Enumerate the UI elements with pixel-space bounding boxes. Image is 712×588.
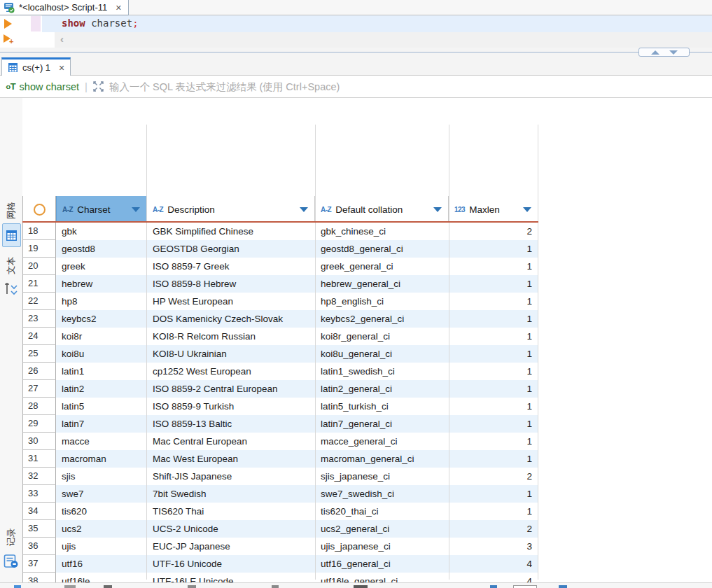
table-row[interactable]: 37utf16UTF-16 Unicodeutf16_general_ci4 <box>22 555 538 573</box>
cell-charset[interactable]: latin7 <box>56 415 147 433</box>
expand-filter-icon[interactable] <box>93 81 104 92</box>
cell-description[interactable]: DOS Kamenicky Czech-Slovak <box>147 310 315 328</box>
row-number[interactable]: 35 <box>22 520 56 538</box>
cell-collation[interactable]: ujis_japanese_ci <box>315 538 449 555</box>
filter-dropdown-icon[interactable] <box>132 207 140 212</box>
cell-description[interactable]: GBK Simplified Chinese <box>147 223 315 240</box>
cell-collation[interactable]: macroman_general_ci <box>315 450 449 468</box>
cell-description[interactable]: UCS-2 Unicode <box>147 520 315 538</box>
cell-charset[interactable]: greek <box>56 258 147 275</box>
cell-charset[interactable]: utf16 <box>56 555 147 573</box>
cell-maxlen[interactable]: 1 <box>449 450 538 468</box>
row-number[interactable]: 36 <box>22 538 56 555</box>
cell-collation[interactable]: latin7_general_ci <box>315 415 449 433</box>
row-number[interactable]: 29 <box>22 415 56 433</box>
cell-charset[interactable]: hp8 <box>56 293 147 310</box>
cell-collation[interactable]: tis620_thai_ci <box>315 503 449 520</box>
cell-collation[interactable]: geostd8_general_ci <box>315 240 449 258</box>
row-number[interactable]: 23 <box>22 310 56 328</box>
cell-collation[interactable]: koi8u_general_ci <box>315 345 449 363</box>
cell-maxlen[interactable]: 2 <box>449 223 538 240</box>
cell-description[interactable]: GEOSTD8 Georgian <box>147 240 315 258</box>
table-row[interactable]: 26latin1cp1252 West Europeanlatin1_swedi… <box>22 363 538 380</box>
cell-description[interactable]: 7bit Swedish <box>147 485 315 503</box>
cell-description[interactable]: ISO 8859-2 Central European <box>147 380 315 398</box>
close-icon[interactable]: × <box>59 63 64 73</box>
cell-description[interactable]: ISO 8859-7 Greek <box>147 258 315 275</box>
cell-maxlen[interactable]: 1 <box>449 398 538 415</box>
cell-description[interactable]: ISO 8859-9 Turkish <box>147 398 315 415</box>
maximize-down-icon[interactable] <box>669 50 678 55</box>
filter-dropdown-icon[interactable] <box>523 207 531 212</box>
collapse-chevron-icon[interactable]: ‹ <box>60 33 64 45</box>
cell-maxlen[interactable]: 1 <box>449 380 538 398</box>
cell-maxlen[interactable]: 1 <box>449 240 538 258</box>
cell-description[interactable]: UTF-16 Unicode <box>147 555 315 573</box>
cell-collation[interactable]: latin5_turkish_ci <box>315 398 449 415</box>
table-row[interactable]: 28latin5ISO 8859-9 Turkishlatin5_turkish… <box>22 398 538 415</box>
row-number[interactable]: 34 <box>22 503 56 520</box>
cell-collation[interactable]: keybcs2_general_ci <box>315 310 449 328</box>
column-header-description[interactable]: A-Z Description <box>147 196 315 223</box>
table-row[interactable]: 24koi8rKOI8-R Relcom Russiankoi8r_genera… <box>22 328 538 345</box>
execute-script-icon[interactable]: + <box>4 34 16 46</box>
cell-collation[interactable]: swe7_swedish_ci <box>315 485 449 503</box>
table-row[interactable]: 30macceMac Central Europeanmacce_general… <box>22 433 538 450</box>
cell-description[interactable]: EUC-JP Japanese <box>147 538 315 555</box>
cell-maxlen[interactable]: 1 <box>449 433 538 450</box>
cell-description[interactable]: Mac West European <box>147 450 315 468</box>
column-header-default-collation[interactable]: A-Z Default collation <box>315 196 449 223</box>
row-number[interactable]: 30 <box>22 433 56 450</box>
table-row[interactable]: 20greekISO 8859-7 Greekgreek_general_ci1 <box>22 258 538 275</box>
filter-dropdown-icon[interactable] <box>300 207 308 212</box>
cell-description[interactable]: KOI8-R Relcom Russian <box>147 328 315 345</box>
cell-charset[interactable]: gbk <box>56 223 147 240</box>
cell-maxlen[interactable]: 1 <box>449 328 538 345</box>
cell-collation[interactable]: ucs2_general_ci <box>315 520 449 538</box>
table-row[interactable]: 18gbkGBK Simplified Chinesegbk_chinese_c… <box>22 223 538 240</box>
row-number[interactable]: 31 <box>22 450 56 468</box>
cell-collation[interactable]: hp8_english_ci <box>315 293 449 310</box>
filter-dropdown-icon[interactable] <box>433 207 442 212</box>
table-row[interactable]: 19geostd8GEOSTD8 Georgiangeostd8_general… <box>22 240 538 258</box>
row-number[interactable]: 21 <box>22 275 56 293</box>
cell-charset[interactable]: koi8r <box>56 328 147 345</box>
sql-code-text[interactable]: show charset; <box>62 18 139 29</box>
cell-description[interactable]: ISO 8859-8 Hebrew <box>147 275 315 293</box>
cell-charset[interactable]: tis620 <box>56 503 147 520</box>
row-number[interactable]: 22 <box>22 293 56 310</box>
cell-description[interactable]: KOI8-U Ukrainian <box>147 345 315 363</box>
cell-collation[interactable]: latin2_general_ci <box>315 380 449 398</box>
table-row[interactable]: 31macromanMac West Europeanmacroman_gene… <box>22 450 538 468</box>
table-row[interactable]: 22hp8HP West Europeanhp8_english_ci1 <box>22 293 538 310</box>
table-row[interactable]: 21hebrewISO 8859-8 Hebrewhebrew_general_… <box>22 275 538 293</box>
row-number[interactable]: 26 <box>22 363 56 380</box>
cell-charset[interactable]: hebrew <box>56 275 147 293</box>
maximize-up-icon[interactable] <box>651 50 659 55</box>
cell-maxlen[interactable]: 1 <box>449 363 538 380</box>
cell-maxlen[interactable]: 1 <box>449 275 538 293</box>
cell-description[interactable]: TIS620 Thai <box>147 503 315 520</box>
table-row[interactable]: 32sjisShift-JIS Japanesesjis_japanese_ci… <box>22 468 538 485</box>
executed-query-text[interactable]: show charset <box>20 81 79 92</box>
row-number[interactable]: 18 <box>22 223 56 240</box>
table-row[interactable]: 27latin2ISO 8859-2 Central Europeanlatin… <box>22 380 538 398</box>
cell-charset[interactable]: latin5 <box>56 398 147 415</box>
filter-expression-input[interactable] <box>108 80 706 93</box>
cell-charset[interactable]: ucs2 <box>56 520 147 538</box>
cell-maxlen[interactable]: 3 <box>449 538 538 555</box>
results-tab[interactable]: cs(+) 1 × <box>1 57 71 76</box>
row-number[interactable]: 37 <box>22 555 56 573</box>
cell-collation[interactable]: macce_general_ci <box>315 433 449 450</box>
cell-collation[interactable]: gbk_chinese_ci <box>315 223 449 240</box>
table-row[interactable]: 35ucs2UCS-2 Unicodeucs2_general_ci2 <box>22 520 538 538</box>
cell-maxlen[interactable]: 1 <box>449 293 538 310</box>
cell-maxlen[interactable]: 1 <box>449 415 538 433</box>
row-number[interactable]: 25 <box>22 345 56 363</box>
cell-maxlen[interactable]: 1 <box>449 503 538 520</box>
select-all-corner[interactable] <box>22 196 56 223</box>
cell-maxlen[interactable]: 1 <box>449 310 538 328</box>
cell-collation[interactable]: utf16_general_ci <box>315 555 449 573</box>
table-row[interactable]: 36ujisEUC-JP Japaneseujis_japanese_ci3 <box>22 538 538 555</box>
cell-maxlen[interactable]: 1 <box>449 345 538 363</box>
